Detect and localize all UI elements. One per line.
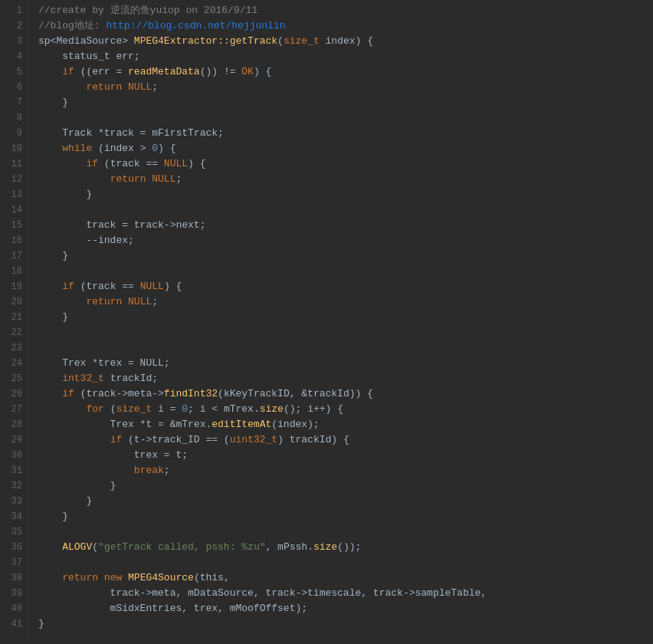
code-line: status_t err; xyxy=(38,49,653,64)
line-number: 15 xyxy=(3,218,22,233)
code-line: //blog地址: http://blog.csdn.net/hejjunlin xyxy=(38,18,653,34)
code-line: if (track == NULL) { xyxy=(38,156,653,172)
line-number: 29 xyxy=(3,432,22,448)
code-line xyxy=(38,110,653,126)
code-line: } xyxy=(38,248,653,264)
code-line: ALOGV("getTrack called, pssh: %zu", mPss… xyxy=(38,540,653,555)
line-number: 1 xyxy=(3,3,22,18)
line-number: 27 xyxy=(3,402,22,417)
code-line: return NULL; xyxy=(38,172,653,187)
line-number: 8 xyxy=(3,110,22,126)
code-line: return new MPEG4Source(this, xyxy=(38,570,653,586)
code-line: --index; xyxy=(38,233,653,248)
line-number: 32 xyxy=(3,478,22,494)
code-line: return NULL; xyxy=(38,80,653,95)
line-number: 22 xyxy=(3,325,22,340)
code-line: } xyxy=(38,509,653,524)
line-number: 41 xyxy=(3,616,22,632)
code-line: int32_t trackId; xyxy=(38,371,653,386)
code-line: return NULL; xyxy=(38,294,653,310)
code-line: break; xyxy=(38,463,653,478)
line-number: 17 xyxy=(3,248,22,264)
line-number: 7 xyxy=(3,95,22,110)
code-line xyxy=(38,202,653,218)
line-number: 5 xyxy=(3,64,22,80)
line-number: 14 xyxy=(3,202,22,218)
line-number: 10 xyxy=(3,141,22,156)
code-line: //create by 逆流的鱼yuiop on 2016/9/11 xyxy=(38,3,653,18)
code-content: //create by 逆流的鱼yuiop on 2016/9/11//blog… xyxy=(29,3,653,641)
code-line: mSidxEntries, trex, mMoofOffset); xyxy=(38,601,653,616)
line-number: 20 xyxy=(3,294,22,310)
line-number: 33 xyxy=(3,494,22,509)
code-line: if ((err = readMetaData()) != OK) { xyxy=(38,64,653,80)
code-editor: 1234567891011121314151617181920212223242… xyxy=(0,0,653,644)
code-line: Trex *trex = NULL; xyxy=(38,356,653,371)
code-line: if (t->track_ID == (uint32_t) trackId) { xyxy=(38,432,653,448)
line-number: 12 xyxy=(3,172,22,187)
line-number: 21 xyxy=(3,310,22,325)
line-number: 38 xyxy=(3,570,22,586)
code-line: } xyxy=(38,187,653,202)
code-line: sp<MediaSource> MPEG4Extractor::getTrack… xyxy=(38,34,653,49)
code-line xyxy=(38,340,653,356)
line-number: 19 xyxy=(3,279,22,294)
line-number: 3 xyxy=(3,34,22,49)
code-line: for (size_t i = 0; i < mTrex.size(); i++… xyxy=(38,402,653,417)
code-line: } xyxy=(38,616,653,632)
line-number: 2 xyxy=(3,18,22,34)
line-number: 30 xyxy=(3,448,22,463)
line-number: 24 xyxy=(3,356,22,371)
line-number: 11 xyxy=(3,156,22,172)
code-line: } xyxy=(38,310,653,325)
line-numbers: 1234567891011121314151617181920212223242… xyxy=(0,3,29,641)
line-number: 9 xyxy=(3,126,22,141)
code-line xyxy=(38,325,653,340)
line-number: 18 xyxy=(3,264,22,279)
code-line: } xyxy=(38,95,653,110)
line-number: 34 xyxy=(3,509,22,524)
line-number: 6 xyxy=(3,80,22,95)
code-line: track = track->next; xyxy=(38,218,653,233)
line-number: 28 xyxy=(3,417,22,432)
code-line: Track *track = mFirstTrack; xyxy=(38,126,653,141)
line-number: 35 xyxy=(3,524,22,540)
line-number: 23 xyxy=(3,340,22,356)
code-line: Trex *t = &mTrex.editItemAt(index); xyxy=(38,417,653,432)
code-line xyxy=(38,524,653,540)
code-line: } xyxy=(38,478,653,494)
line-number: 31 xyxy=(3,463,22,478)
code-line: while (index > 0) { xyxy=(38,141,653,156)
code-line: if (track == NULL) { xyxy=(38,279,653,294)
line-number: 4 xyxy=(3,49,22,64)
line-number: 36 xyxy=(3,540,22,555)
line-number: 13 xyxy=(3,187,22,202)
line-number: 16 xyxy=(3,233,22,248)
code-line xyxy=(38,264,653,279)
line-number: 40 xyxy=(3,601,22,616)
line-number: 26 xyxy=(3,386,22,402)
code-line xyxy=(38,555,653,570)
code-line: track->meta, mDataSource, track->timesca… xyxy=(38,586,653,601)
line-number: 37 xyxy=(3,555,22,570)
line-number: 25 xyxy=(3,371,22,386)
code-line: } xyxy=(38,494,653,509)
code-line: trex = t; xyxy=(38,448,653,463)
line-number: 39 xyxy=(3,586,22,601)
code-line: if (track->meta->findInt32(kKeyTrackID, … xyxy=(38,386,653,402)
